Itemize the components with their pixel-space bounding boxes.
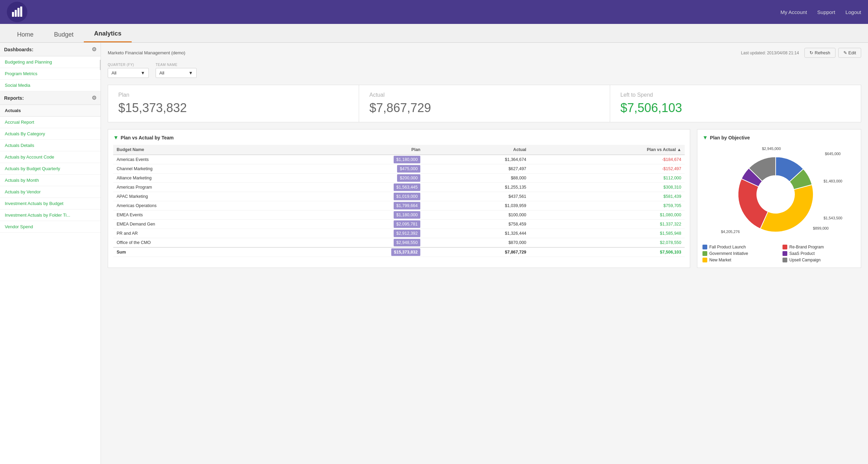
- cell-actual: $1,255,135: [424, 183, 530, 192]
- table-row: EMEA Events $1,180,000 $100,000 $1,080,0…: [113, 210, 685, 220]
- plan-value: $15,373,832: [118, 101, 348, 115]
- cell-plan: $2,948,550: [289, 238, 424, 248]
- charts-row: ▼ Plan vs Actual by Team Budget Name Pla…: [108, 129, 861, 268]
- legend-label: Re-Brand Program: [789, 245, 824, 249]
- left-value: $7,506,103: [620, 101, 851, 115]
- cell-name: Americas Events: [113, 155, 289, 164]
- col-actual: Actual: [424, 145, 530, 155]
- plan-vs-actual-table: Budget Name Plan Actual Plan vs Actual ▲…: [113, 145, 685, 257]
- sidebar-item-actuals-details[interactable]: Actuals Details: [0, 140, 101, 151]
- cell-name: PR and AR: [113, 229, 289, 238]
- sidebar-item-social-media[interactable]: Social Media: [0, 80, 101, 91]
- content-area: Marketo Financial Management (demo) Last…: [101, 43, 868, 464]
- tab-budget[interactable]: Budget: [44, 27, 84, 42]
- cell-name: Americas Operations: [113, 201, 289, 210]
- cell-name: EMEA Events: [113, 210, 289, 220]
- reports-header: Reports: ⚙: [0, 91, 101, 105]
- svg-rect-0: [12, 12, 14, 17]
- cell-name: EMEA Demand Gen: [113, 220, 289, 229]
- cell-plan: $1,019,000: [289, 192, 424, 201]
- sidebar-item-actuals-budget-quarterly[interactable]: Actuals by Budget Quarterly: [0, 163, 101, 175]
- logout-link[interactable]: Logout: [845, 9, 861, 15]
- refresh-button[interactable]: ↻ Refresh: [804, 48, 836, 58]
- sidebar-item-actuals-month[interactable]: Actuals by Month: [0, 175, 101, 186]
- cell-name: Office of the CMO: [113, 238, 289, 248]
- label-rebrand: $2,945,000: [762, 147, 781, 151]
- my-account-link[interactable]: My Account: [780, 9, 807, 15]
- edit-button[interactable]: ✎ Edit: [838, 48, 861, 58]
- cell-plan: $475,000: [289, 164, 424, 174]
- sidebar-item-program-metrics[interactable]: Program Metrics: [0, 68, 101, 80]
- table-row: Americas Program $1,563,445 $1,255,135 $…: [113, 183, 685, 192]
- sum-diff: $7,506,103: [530, 247, 685, 257]
- chart-legend: Fall Product Launch Re-Brand Program Gov…: [702, 245, 856, 262]
- tab-analytics[interactable]: Analytics: [84, 26, 132, 42]
- col-plan: Plan: [289, 145, 424, 155]
- plan-vs-actual-title: ▼ Plan vs Actual by Team: [113, 135, 685, 141]
- quarter-select[interactable]: All ▼: [108, 68, 149, 78]
- legend-dot: [702, 245, 707, 249]
- donut-chart-area: $2,945,000 $645,000 $1,483,000 $1,543,50…: [716, 145, 842, 241]
- cell-actual: $627,497: [424, 164, 530, 174]
- cell-plan: $200,000: [289, 174, 424, 183]
- sidebar-item-accrual[interactable]: Accrual Report: [0, 117, 101, 128]
- sidebar-item-actuals-category[interactable]: Actuals By Category: [0, 128, 101, 140]
- actual-value: $7,867,729: [369, 101, 600, 115]
- sidebar-item-actuals-account[interactable]: Actuals by Account Code: [0, 151, 101, 163]
- team-select[interactable]: All ▼: [156, 68, 197, 78]
- legend-dot: [702, 258, 707, 262]
- sidebar-collapse-button[interactable]: ‹: [100, 60, 101, 70]
- table-row: Office of the CMO $2,948,550 $870,000 $2…: [113, 238, 685, 248]
- legend-item: New Market: [702, 258, 776, 262]
- legend-item: SaaS Product: [782, 251, 856, 256]
- summary-cards: Plan $15,373,832 Actual $7,867,729 Left …: [108, 85, 861, 122]
- plan-by-objective-title: ▼ Plan by Objective: [702, 135, 856, 141]
- actuals-section-label: Actuals: [0, 105, 101, 117]
- team-chevron-icon: ▼: [188, 70, 193, 76]
- refresh-label: Refresh: [815, 50, 830, 55]
- svg-rect-3: [20, 6, 22, 17]
- table-row: PR and AR $2,912,392 $1,326,444 $1,585,9…: [113, 229, 685, 238]
- label-saas: $645,000: [825, 152, 841, 156]
- legend-item: Re-Brand Program: [782, 245, 856, 249]
- cell-diff: $1,080,000: [530, 210, 685, 220]
- legend-label: Upsell Campaign: [789, 258, 820, 262]
- dashboards-gear-icon[interactable]: ⚙: [92, 46, 96, 53]
- sidebar-item-investment-folder[interactable]: Investment Actuals by Folder Ti...: [0, 209, 101, 221]
- svg-rect-2: [17, 8, 19, 17]
- cell-diff: $1,585,948: [530, 229, 685, 238]
- tab-home[interactable]: Home: [7, 27, 44, 42]
- support-link[interactable]: Support: [817, 9, 836, 15]
- sidebar-item-budgeting[interactable]: Budgeting and Planning: [0, 56, 101, 68]
- refresh-icon: ↻: [810, 50, 813, 55]
- filters-row: QUARTER (FY) All ▼ TEAM NAME All ▼: [108, 63, 861, 78]
- logo: [7, 2, 27, 22]
- label-newmarket: $4,205,276: [721, 230, 740, 234]
- label-gov: $899,000: [813, 226, 829, 230]
- sidebar-item-actuals-vendor[interactable]: Actuals by Vendor: [0, 186, 101, 198]
- sidebar-item-vendor-spend[interactable]: Vendor Spend: [0, 221, 101, 233]
- plan-vs-actual-table-section: ▼ Plan vs Actual by Team Budget Name Pla…: [108, 129, 690, 268]
- sidebar-item-investment-budget[interactable]: Investment Actuals by Budget: [0, 198, 101, 209]
- legend-label: New Market: [709, 258, 731, 262]
- top-nav-links: My Account Support Logout: [780, 9, 861, 15]
- donut-segment: [760, 185, 813, 232]
- cell-plan: $1,180,000: [289, 155, 424, 164]
- reports-gear-icon[interactable]: ⚙: [92, 95, 96, 101]
- cell-actual: $1,364,674: [424, 155, 530, 164]
- plan-by-objective-section: ▼ Plan by Objective $2,945,000 $645,000 …: [697, 129, 861, 268]
- cell-name: Americas Program: [113, 183, 289, 192]
- main-layout: Dashboards: ⚙ ‹ Budgeting and Planning P…: [0, 43, 868, 464]
- sum-plan: $15,373,832: [289, 247, 424, 257]
- sidebar: Dashboards: ⚙ ‹ Budgeting and Planning P…: [0, 43, 101, 464]
- col-budget-name: Budget Name: [113, 145, 289, 155]
- left-to-spend-card: Left to Spend $7,506,103: [610, 85, 861, 122]
- actual-label: Actual: [369, 92, 600, 98]
- legend-dot: [782, 258, 787, 262]
- quarter-chevron-icon: ▼: [141, 70, 145, 76]
- legend-label: Fall Product Launch: [709, 245, 746, 249]
- legend-label: Government Initiative: [709, 251, 748, 256]
- table-row: EMEA Demand Gen $2,095,781 $758,459 $1,3…: [113, 220, 685, 229]
- cell-diff: -$184,674: [530, 155, 685, 164]
- top-bar: My Account Support Logout: [0, 0, 868, 24]
